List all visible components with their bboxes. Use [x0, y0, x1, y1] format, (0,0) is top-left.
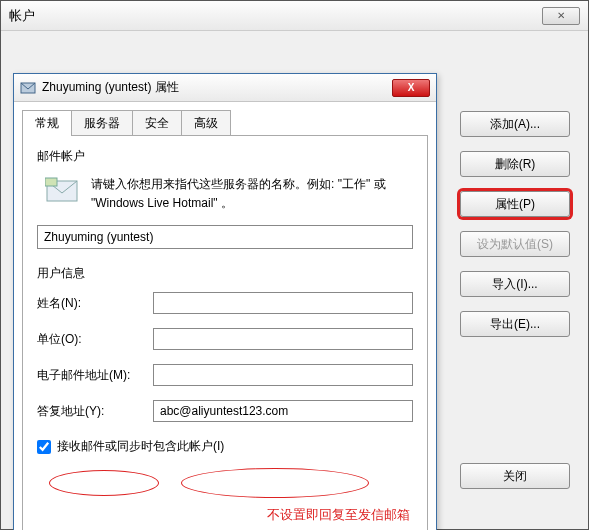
close-icon: X — [408, 82, 415, 93]
org-input[interactable] — [153, 328, 413, 350]
import-button[interactable]: 导入(I)... — [460, 271, 570, 297]
email-input[interactable] — [153, 364, 413, 386]
accounts-body: 添加(A)... 删除(R) 属性(P) 设为默认值(S) 导入(I)... 导… — [1, 31, 588, 529]
email-label: 电子邮件地址(M): — [37, 367, 153, 384]
include-account-label: 接收邮件或同步时包含此帐户(I) — [57, 438, 224, 455]
name-row: 姓名(N): — [37, 292, 413, 314]
properties-title-wrap: Zhuyuming (yuntest) 属性 — [20, 79, 179, 96]
close-icon: ✕ — [557, 10, 565, 21]
email-row: 电子邮件地址(M): — [37, 364, 413, 386]
accounts-close-button[interactable]: ✕ — [542, 7, 580, 25]
annotation-ellipse-value — [181, 468, 369, 498]
accounts-close-row: 关闭 — [460, 463, 570, 489]
accounts-title: 帐户 — [9, 7, 35, 25]
org-row: 单位(O): — [37, 328, 413, 350]
properties-title: Zhuyuming (yuntest) 属性 — [42, 79, 179, 96]
name-label: 姓名(N): — [37, 295, 153, 312]
envelope-icon — [45, 175, 81, 205]
properties-icon — [20, 80, 36, 96]
annotation-ellipse-label — [49, 470, 159, 496]
user-info-group: 用户信息 — [37, 265, 413, 282]
accounts-titlebar: 帐户 ✕ — [1, 1, 588, 31]
annotation-text: 不设置即回复至发信邮箱 — [267, 506, 410, 524]
tabs: 常规 服务器 安全 高级 — [14, 102, 436, 136]
set-default-button: 设为默认值(S) — [460, 231, 570, 257]
tab-general[interactable]: 常规 — [22, 110, 72, 136]
properties-titlebar: Zhuyuming (yuntest) 属性 X — [14, 74, 436, 102]
tab-general-body: 邮件帐户 请键入你想用来指代这些服务器的名称。例如: "工作" 或 "Windo… — [22, 135, 428, 530]
delete-button[interactable]: 删除(R) — [460, 151, 570, 177]
account-name-input[interactable] — [37, 225, 413, 249]
mail-account-hint: 请键入你想用来指代这些服务器的名称。例如: "工作" 或 "Windows Li… — [91, 175, 413, 213]
reply-input[interactable] — [153, 400, 413, 422]
properties-dialog: Zhuyuming (yuntest) 属性 X 常规 服务器 安全 高级 邮件… — [13, 73, 437, 530]
tab-server[interactable]: 服务器 — [71, 110, 133, 136]
close-button[interactable]: 关闭 — [460, 463, 570, 489]
include-account-checkbox[interactable] — [37, 440, 51, 454]
export-button[interactable]: 导出(E)... — [460, 311, 570, 337]
name-input[interactable] — [153, 292, 413, 314]
tab-security[interactable]: 安全 — [132, 110, 182, 136]
properties-button[interactable]: 属性(P) — [460, 191, 570, 217]
accounts-button-column: 添加(A)... 删除(R) 属性(P) 设为默认值(S) 导入(I)... 导… — [460, 111, 570, 337]
reply-row: 答复地址(Y): — [37, 400, 413, 422]
reply-label: 答复地址(Y): — [37, 403, 153, 420]
add-button[interactable]: 添加(A)... — [460, 111, 570, 137]
mail-account-hint-row: 请键入你想用来指代这些服务器的名称。例如: "工作" 或 "Windows Li… — [37, 175, 413, 225]
org-label: 单位(O): — [37, 331, 153, 348]
tab-advanced[interactable]: 高级 — [181, 110, 231, 136]
svg-rect-2 — [45, 178, 57, 186]
include-account-row: 接收邮件或同步时包含此帐户(I) — [37, 438, 413, 455]
accounts-dialog: 帐户 ✕ 添加(A)... 删除(R) 属性(P) 设为默认值(S) 导入(I)… — [0, 0, 589, 530]
properties-close-button[interactable]: X — [392, 79, 430, 97]
mail-account-group: 邮件帐户 — [37, 148, 413, 165]
